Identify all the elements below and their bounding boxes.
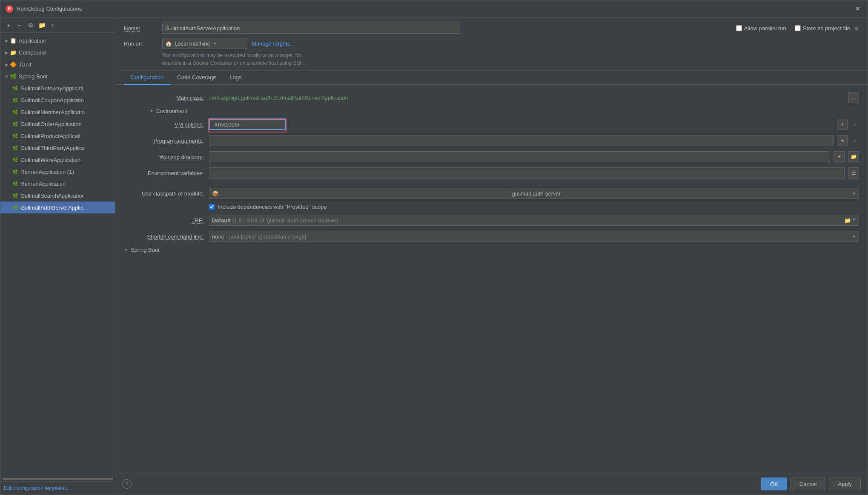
sidebar-item-label: GulimallGatewayApplicati — [20, 85, 83, 92]
vm-options-row: VM options: -Xmx100m + ⤢ — [124, 118, 859, 130]
sort-button[interactable]: ↕ — [48, 20, 57, 30]
spring-icon: 🌿 — [12, 109, 18, 115]
run-on-label: Run on: — [124, 40, 158, 47]
sidebar-item-ware[interactable]: 🌿 GulimallWareApplication — [0, 154, 115, 166]
sidebar-item-label: JUnit — [19, 61, 32, 68]
tab-code-coverage[interactable]: Code Coverage — [170, 71, 223, 85]
sidebar-item-search[interactable]: 🌿 GulimallSearchApplicatior — [0, 190, 115, 201]
sidebar-item-compound[interactable]: ▶ 📁 Compound — [0, 46, 115, 58]
spring-icon: 🌿 — [12, 133, 18, 139]
working-dir-label: Working directory: — [124, 154, 209, 160]
close-button[interactable]: ✕ — [852, 4, 862, 14]
sidebar-item-junit[interactable]: ▶ 🔶 JUnit — [0, 58, 115, 70]
ok-button[interactable]: OK — [761, 478, 787, 490]
sidebar-item-order[interactable]: 🌿 GulimallOrderApplication — [0, 118, 115, 130]
edit-templates-link[interactable]: Edit configuration templates... — [4, 485, 71, 491]
folder-button[interactable]: 📁 — [37, 20, 46, 30]
sidebar-item-application[interactable]: ▶ 📋 Application — [0, 35, 115, 46]
junit-icon: 🔶 — [10, 61, 17, 68]
jre-input-container: Default (1.8 - SDK of 'gulimall-auth-ser… — [209, 215, 859, 226]
tab-logs[interactable]: Logs — [223, 71, 248, 85]
store-project-settings-icon[interactable]: ⚙ — [854, 25, 859, 32]
sidebar-item-label: GulimallSearchApplicatior — [20, 193, 84, 199]
env-vars-input-container: ☰ — [209, 167, 859, 178]
sidebar-item-product[interactable]: 🌿 GulimallProductApplicati — [0, 130, 115, 142]
apply-button[interactable]: Apply — [829, 478, 861, 490]
description-line2: example in a Docker Container or on a re… — [162, 59, 859, 67]
include-deps-checkbox[interactable] — [209, 204, 215, 210]
name-input[interactable]: GulimallAuthServerApplication — [162, 23, 460, 34]
program-args-add-button[interactable]: + — [837, 135, 848, 146]
store-project-checkbox[interactable] — [795, 25, 801, 31]
vm-options-input-container: -Xmx100m + ⤢ — [209, 119, 859, 130]
spring-boot-icon: 🌿 — [10, 73, 17, 80]
sidebar-item-member[interactable]: 🌿 GulimallMemberApplicatio — [0, 106, 115, 118]
add-config-button[interactable]: + — [4, 20, 13, 30]
spring-icon: 🌿 — [12, 145, 18, 151]
sidebar-tree: ▶ 📋 Application ▶ 📁 Compound ▶ 🔶 JUnit — [0, 33, 115, 478]
classpath-input-container: 📦 gulimall-auth-server ▼ — [209, 188, 859, 199]
jre-arrow-icon: ▼ — [852, 217, 856, 224]
program-args-expand-button[interactable]: ⤢ — [850, 136, 859, 145]
jre-browse-button[interactable]: 📁 — [844, 217, 851, 224]
sidebar-item-gateway[interactable]: 🌿 GulimallGatewayApplicati — [0, 82, 115, 94]
sidebar-item-label: GulimallProductApplicati — [20, 133, 80, 139]
include-deps-label: Include dependencies with "Provided" sco… — [218, 204, 327, 210]
shorten-cmd-dropdown[interactable]: none - java [options] className [args] ▼ — [209, 231, 859, 242]
sidebar: + − ⧉ 📁 ↕ ▶ 📋 Application ▶ 📁 Compound — [0, 17, 115, 495]
env-vars-browse-button[interactable]: ☰ — [848, 167, 859, 178]
title-bar: R Run/Debug Configurations ✕ — [0, 0, 868, 17]
sidebar-item-label: GulimallThirdPartyApplica — [20, 145, 84, 151]
environment-section-header[interactable]: ▼ Environment — [149, 108, 859, 114]
working-dir-input[interactable] — [209, 151, 830, 162]
allow-parallel-label: Allow parallel run — [744, 25, 786, 32]
app-icon: R — [6, 5, 13, 13]
main-class-browse-button[interactable]: … — [848, 92, 859, 103]
shorten-cmd-row: Shorten command line: none - java [optio… — [124, 230, 859, 242]
sidebar-item-thirdparty[interactable]: 🌿 GulimallThirdPartyApplica — [0, 142, 115, 154]
dropdown-arrow-icon: ▼ — [213, 41, 217, 46]
sidebar-footer: Edit configuration templates... — [0, 481, 115, 495]
shorten-desc: - java [options] className [args] — [226, 233, 307, 240]
help-button[interactable]: ? — [122, 479, 132, 489]
sidebar-item-label: GulimallAuthServerApplic. — [20, 204, 85, 211]
scrollbar[interactable] — [2, 478, 113, 480]
env-vars-input[interactable] — [209, 167, 845, 178]
description-line1: Run configurations may be executed local… — [162, 52, 859, 59]
tab-configuration[interactable]: Configuration — [124, 71, 170, 85]
allow-parallel-group: Allow parallel run — [736, 25, 786, 32]
main-class-label: Main class: — [124, 95, 209, 101]
run-on-dropdown[interactable]: 🏠 Local machine ▼ — [162, 38, 247, 49]
sidebar-item-label: Spring Boot — [19, 73, 48, 80]
arrow-icon: ▶ — [4, 62, 10, 67]
manage-targets-link[interactable]: Manage targets... — [252, 40, 295, 47]
sidebar-item-spring-boot[interactable]: ▼ 🌿 Spring Boot — [0, 70, 115, 82]
sidebar-item-renren[interactable]: 🌿 RenrenApplication — [0, 178, 115, 190]
working-dir-row: Working directory: + 📁 — [124, 151, 859, 163]
sidebar-item-label: RenrenApplication (1) — [20, 169, 74, 175]
vm-options-add-button[interactable]: + — [837, 119, 848, 130]
working-dir-add-button[interactable]: + — [834, 151, 845, 162]
jre-dropdown[interactable]: Default (1.8 - SDK of 'gulimall-auth-ser… — [209, 215, 859, 226]
spring-boot-section-header[interactable]: ▼ Spring Boot — [124, 247, 859, 253]
copy-config-button[interactable]: ⧉ — [26, 20, 35, 30]
sidebar-item-renren1[interactable]: 🌿 RenrenApplication (1) — [0, 166, 115, 178]
sidebar-item-label: Compound — [19, 49, 46, 56]
working-dir-browse-button[interactable]: 📁 — [848, 151, 859, 162]
sidebar-item-coupon[interactable]: 🌿 GulimallCouponApplicatio — [0, 94, 115, 106]
env-vars-row: Environment variables: ☰ — [124, 167, 859, 179]
vm-options-expand-button[interactable]: ⤢ — [850, 120, 859, 129]
cancel-button[interactable]: Cancel — [791, 478, 825, 490]
sidebar-item-label: GulimallWareApplication — [20, 157, 80, 163]
remove-config-button[interactable]: − — [15, 20, 24, 30]
classpath-label: Use classpath of module: — [124, 190, 209, 197]
bottom-bar: ? OK Cancel Apply — [115, 473, 868, 495]
program-args-input[interactable] — [209, 135, 834, 146]
classpath-dropdown[interactable]: 📦 gulimall-auth-server ▼ — [209, 188, 859, 199]
vm-options-input[interactable]: -Xmx100m — [209, 119, 286, 130]
allow-parallel-checkbox[interactable] — [736, 25, 742, 31]
arrow-icon: ▶ — [4, 38, 10, 43]
sidebar-item-auth[interactable]: 🌿 GulimallAuthServerApplic. — [0, 201, 115, 213]
classpath-value: gulimall-auth-server — [512, 190, 561, 197]
help-button-container: ? — [122, 479, 132, 489]
